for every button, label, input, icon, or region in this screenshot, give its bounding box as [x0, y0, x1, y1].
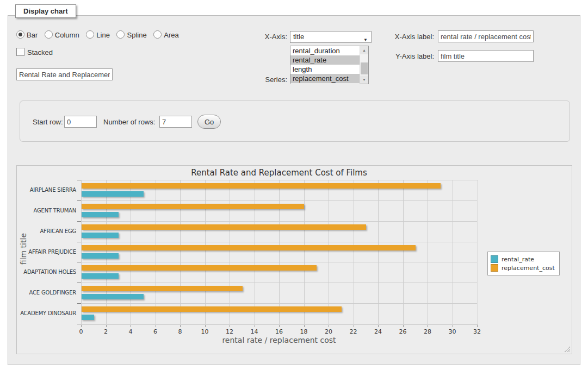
x-tick-label: 20: [325, 328, 332, 335]
series-option-length[interactable]: length: [290, 65, 368, 74]
rows-panel: [20, 101, 570, 142]
x-tick-mark: [156, 325, 156, 327]
x-tick-label: 12: [226, 328, 233, 335]
radio-line-label: Line: [96, 31, 110, 39]
x-tick-label: 14: [251, 328, 258, 335]
chart-type-radio-group: Bar Column Line Spline Area: [16, 30, 184, 39]
bar-replacement_cost[interactable]: [82, 286, 243, 291]
y-tick-mark: [77, 324, 81, 324]
bar-rental_rate[interactable]: [82, 212, 119, 217]
scrollbar-thumb[interactable]: [361, 62, 368, 74]
radio-column[interactable]: Column: [45, 31, 79, 39]
chart-container: Rental Rate and Replacement Cost of Film…: [16, 165, 572, 354]
radio-line[interactable]: Line: [86, 31, 110, 39]
series-option-rental-duration[interactable]: rental_duration: [290, 46, 368, 55]
resize-handle-icon[interactable]: [564, 346, 570, 352]
bar-replacement_cost[interactable]: [82, 204, 304, 209]
series-option-replacement-cost[interactable]: replacement_cost: [290, 74, 368, 83]
radio-bar-icon[interactable]: [16, 30, 24, 39]
gridline: [354, 180, 354, 324]
x-tick-label: 18: [300, 328, 308, 335]
radio-column-icon[interactable]: [45, 30, 53, 39]
scroll-down-icon[interactable]: ▼: [360, 76, 368, 84]
bar-rental_rate[interactable]: [82, 253, 119, 259]
bar-rental_rate[interactable]: [82, 273, 119, 279]
x-tick-label: 30: [449, 328, 456, 335]
series-option-rental-rate[interactable]: rental_rate: [290, 55, 368, 65]
scroll-up-icon[interactable]: ▲: [360, 46, 368, 54]
category-label: AFRICAN EGG: [17, 228, 76, 234]
y-tick-mark: [77, 303, 81, 304]
y-axis-label-input[interactable]: [438, 50, 534, 62]
bar-replacement_cost[interactable]: [82, 183, 441, 189]
x-axis-label-label: X-Axis label:: [381, 33, 434, 41]
radio-line-icon[interactable]: [86, 30, 94, 39]
bar-replacement_cost[interactable]: [82, 265, 317, 271]
x-tick-label: 8: [178, 328, 182, 335]
x-tick-mark: [428, 325, 428, 327]
radio-area-icon[interactable]: [153, 30, 162, 39]
bar-rental_rate[interactable]: [82, 191, 144, 197]
page: Display chart Bar Column Line Spline Are…: [0, 0, 588, 370]
gridline: [106, 180, 107, 324]
radio-bar-label: Bar: [27, 31, 38, 39]
category-label: ADAPTATION HOLES: [17, 269, 76, 275]
bar-rental_rate[interactable]: [82, 315, 94, 320]
chart-title: Rental Rate and Replacement Cost of Film…: [81, 168, 477, 178]
category-label: AFFAIR PREJUDICE: [17, 249, 76, 255]
gridline: [279, 180, 280, 324]
x-axis-select-label: X-Axis:: [234, 33, 287, 41]
go-button[interactable]: Go: [197, 115, 221, 129]
gridline: [131, 180, 131, 324]
bar-replacement_cost[interactable]: [82, 306, 342, 312]
gridline: [81, 200, 477, 201]
gridline: [81, 221, 477, 222]
y-tick-mark: [77, 221, 81, 222]
series-scrollbar[interactable]: ▲ ▼: [360, 46, 368, 84]
category-label: ACADEMY DINOSAUR: [17, 310, 76, 316]
gridline: [428, 180, 428, 324]
legend-label: replacement_cost: [502, 265, 555, 272]
gridline: [403, 180, 404, 324]
start-row-input[interactable]: [64, 116, 97, 128]
radio-bar[interactable]: Bar: [16, 31, 38, 39]
panel-legend: Display chart: [15, 4, 76, 18]
series-select-label: Series:: [234, 76, 287, 84]
x-tick-mark: [106, 325, 107, 327]
stacked-option[interactable]: Stacked: [16, 48, 53, 57]
bar-replacement_cost[interactable]: [82, 245, 416, 250]
legend-swatch-icon: [491, 255, 498, 263]
x-axis-title: rental rate / replacement cost: [81, 336, 477, 344]
radio-spline-icon[interactable]: [116, 30, 125, 39]
radio-column-label: Column: [55, 31, 79, 39]
bar-replacement_cost[interactable]: [82, 224, 366, 230]
radio-area-label: Area: [164, 31, 178, 39]
series-multiselect[interactable]: rental_duration rental_rate length repla…: [290, 46, 369, 84]
chart-legend: rental_ratereplacement_cost: [487, 252, 560, 275]
stacked-label: Stacked: [27, 48, 53, 57]
gridline: [230, 180, 230, 324]
x-axis-label-input[interactable]: [438, 30, 534, 42]
category-label: AIRPLANE SIERRA: [17, 187, 76, 193]
x-axis-select[interactable]: title ▼: [290, 31, 372, 43]
bar-rental_rate[interactable]: [82, 233, 119, 238]
gridline: [180, 180, 181, 324]
radio-area[interactable]: Area: [153, 31, 178, 39]
num-rows-input[interactable]: [159, 116, 192, 128]
chart-title-input[interactable]: [16, 68, 113, 80]
x-tick-mark: [255, 325, 255, 327]
x-tick-mark: [230, 325, 230, 327]
bar-rental_rate[interactable]: [82, 294, 144, 299]
x-tick-label: 6: [153, 328, 157, 335]
y-tick-mark: [77, 200, 81, 201]
num-rows-label: Number of rows:: [103, 118, 155, 126]
y-tick-mark: [77, 262, 81, 262]
gridline: [81, 303, 477, 304]
x-tick-mark: [180, 325, 181, 327]
stacked-checkbox[interactable]: [16, 48, 24, 56]
x-tick-label: 26: [399, 328, 407, 335]
x-tick-mark: [304, 325, 305, 327]
y-axis-label-label: Y-Axis label:: [381, 52, 434, 60]
radio-spline[interactable]: Spline: [116, 31, 146, 39]
radio-spline-label: Spline: [127, 31, 146, 39]
